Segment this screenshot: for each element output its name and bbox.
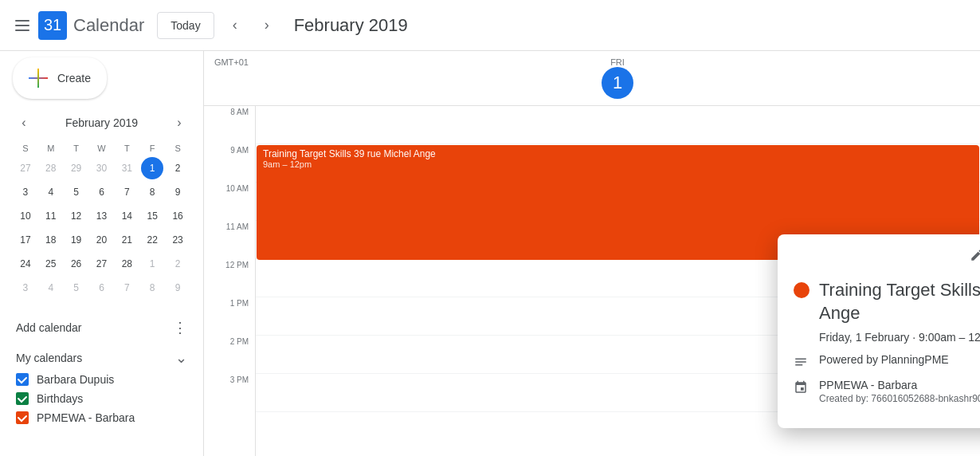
mini-cal-day[interactable]: 23 bbox=[167, 229, 189, 251]
mini-cal-weekday: M bbox=[38, 140, 64, 156]
mini-cal-day[interactable]: 10 bbox=[14, 205, 37, 227]
day-number[interactable]: 1 bbox=[602, 67, 633, 99]
mini-cal-day[interactable]: 18 bbox=[40, 229, 62, 251]
popup-calendar-creator: Created by: 766016052688-bnkashr90ktj1ia… bbox=[819, 393, 980, 404]
mini-cal-grid: SMTWTFS 27282930311234567891011121314151… bbox=[13, 140, 190, 300]
mini-cal-day[interactable]: 20 bbox=[90, 229, 112, 251]
mini-cal-day[interactable]: 21 bbox=[116, 229, 138, 251]
mini-cal-day[interactable]: 9 bbox=[167, 181, 189, 203]
create-label: Create bbox=[57, 72, 91, 85]
header-title: February 2019 bbox=[294, 15, 408, 36]
popup-body: Training Target Skills 39 rue Michel Ang… bbox=[778, 276, 980, 428]
mini-cal-day[interactable]: 24 bbox=[14, 253, 37, 275]
next-arrow[interactable]: › bbox=[253, 11, 281, 40]
mini-cal-day[interactable]: 2 bbox=[167, 253, 189, 275]
create-button[interactable]: Create bbox=[13, 57, 107, 99]
calendar-checkbox[interactable] bbox=[16, 411, 29, 424]
hour-line bbox=[256, 106, 980, 144]
my-calendars-header: My calendars ⌄ bbox=[13, 343, 190, 370]
mini-cal-day[interactable]: 26 bbox=[65, 253, 88, 275]
popup-edit-button[interactable] bbox=[962, 241, 980, 269]
popup-toolbar bbox=[778, 234, 980, 276]
mini-cal-weekday: T bbox=[64, 140, 89, 156]
create-plus-icon bbox=[29, 69, 48, 88]
popup-datetime: Friday, 1 February · 9:00am – 12:00pm bbox=[819, 331, 980, 344]
mini-cal-day[interactable]: 29 bbox=[65, 157, 88, 179]
time-label: 9 AM bbox=[230, 146, 249, 155]
calendar-item[interactable]: Birthdays bbox=[13, 389, 190, 408]
mini-calendar: ‹ February 2019 › SMTWTFS 27282930311234… bbox=[13, 112, 190, 300]
mini-cal-day[interactable]: 6 bbox=[90, 181, 112, 203]
time-label: 10 AM bbox=[226, 184, 249, 193]
mini-cal-weekday: S bbox=[13, 140, 38, 156]
time-label: 8 AM bbox=[230, 108, 249, 116]
popup-calendar-detail: PPMEWA - Barbara Created by: 76601605268… bbox=[819, 379, 980, 404]
mini-cal-day[interactable]: 12 bbox=[65, 205, 88, 227]
time-slot: 3 PM bbox=[204, 374, 255, 412]
time-slot: 1 PM bbox=[204, 297, 255, 336]
calendar-checkbox[interactable] bbox=[16, 392, 29, 405]
top-header: 31 Calendar Today ‹ › February 2019 bbox=[0, 0, 980, 51]
mini-cal-day[interactable]: 19 bbox=[65, 229, 88, 251]
mini-cal-day[interactable]: 9 bbox=[167, 277, 189, 299]
mini-cal-day[interactable]: 1 bbox=[141, 253, 163, 275]
mini-cal-day[interactable]: 14 bbox=[116, 205, 138, 227]
prev-arrow[interactable]: ‹ bbox=[221, 11, 249, 40]
mini-cal-day[interactable]: 4 bbox=[40, 181, 62, 203]
mini-cal-day[interactable]: 15 bbox=[141, 205, 163, 227]
mini-cal-weekday: S bbox=[165, 140, 190, 156]
mini-cal-day[interactable]: 17 bbox=[14, 229, 37, 251]
mini-cal-day[interactable]: 31 bbox=[116, 157, 138, 179]
my-calendars-toggle[interactable]: ⌄ bbox=[175, 349, 187, 367]
mini-cal-day[interactable]: 5 bbox=[65, 181, 88, 203]
mini-cal-prev[interactable]: ‹ bbox=[13, 112, 35, 134]
mini-cal-day[interactable]: 8 bbox=[141, 181, 163, 203]
mini-cal-day[interactable]: 3 bbox=[14, 181, 37, 203]
mini-cal-weekday: W bbox=[89, 140, 115, 156]
my-calendars-title: My calendars bbox=[16, 352, 82, 364]
calendar-checkbox[interactable] bbox=[16, 373, 29, 386]
day-header: GMT+01 FRI 1 bbox=[204, 51, 980, 106]
mini-cal-day[interactable]: 25 bbox=[40, 253, 62, 275]
edit-icon bbox=[970, 248, 980, 262]
today-button[interactable]: Today bbox=[157, 12, 214, 39]
time-label: 2 PM bbox=[230, 337, 249, 346]
menu-icon[interactable] bbox=[13, 16, 32, 35]
mini-cal-day[interactable]: 4 bbox=[40, 277, 62, 299]
mini-cal-day[interactable]: 30 bbox=[90, 157, 112, 179]
mini-cal-day[interactable]: 28 bbox=[40, 157, 62, 179]
time-label: 3 PM bbox=[230, 375, 249, 384]
mini-cal-weekday: T bbox=[114, 140, 139, 156]
mini-cal-day[interactable]: 22 bbox=[141, 229, 163, 251]
calendar-name-label: PPMEWA - Barbara bbox=[37, 411, 135, 424]
calendar-item[interactable]: Barbara Dupuis bbox=[13, 370, 190, 389]
mini-cal-next[interactable]: › bbox=[168, 112, 190, 134]
mini-cal-days: 2728293031123456789101112131415161718192… bbox=[13, 156, 190, 300]
logo: 31 Calendar bbox=[38, 11, 144, 40]
add-calendar-row[interactable]: Add calendar ⋮ bbox=[13, 313, 190, 343]
popup-color-dot bbox=[794, 282, 809, 298]
mini-cal-day[interactable]: 6 bbox=[90, 277, 112, 299]
mini-cal-day[interactable]: 7 bbox=[116, 277, 138, 299]
time-slot: 8 AM bbox=[204, 106, 255, 144]
mini-cal-day[interactable]: 27 bbox=[14, 157, 37, 179]
mini-cal-day[interactable]: 28 bbox=[116, 253, 138, 275]
calendar-name-label: Barbara Dupuis bbox=[37, 373, 114, 386]
sidebar: Create ‹ February 2019 › SMTWTFS 2728293… bbox=[0, 51, 204, 456]
mini-cal-day[interactable]: 13 bbox=[90, 205, 112, 227]
mini-cal-day[interactable]: 16 bbox=[167, 205, 189, 227]
mini-cal-day[interactable]: 27 bbox=[90, 253, 112, 275]
mini-cal-day[interactable]: 8 bbox=[141, 277, 163, 299]
mini-cal-day[interactable]: 5 bbox=[65, 277, 88, 299]
calendar-item[interactable]: PPMEWA - Barbara bbox=[13, 408, 190, 427]
mini-cal-day[interactable]: 1 bbox=[141, 157, 163, 179]
mini-cal-day[interactable]: 3 bbox=[14, 277, 37, 299]
mini-cal-day[interactable]: 7 bbox=[116, 181, 138, 203]
time-col: 8 AM9 AM10 AM11 AM12 PM1 PM2 PM3 PM bbox=[204, 106, 255, 456]
popup-calendar-icon bbox=[794, 380, 809, 396]
mini-cal-day[interactable]: 11 bbox=[40, 205, 62, 227]
mini-cal-day[interactable]: 2 bbox=[167, 157, 189, 179]
add-calendar-more-icon[interactable]: ⋮ bbox=[173, 319, 187, 336]
logo-box: 31 bbox=[38, 11, 67, 40]
popup-description-text: Powered by PlanningPME bbox=[819, 353, 949, 366]
